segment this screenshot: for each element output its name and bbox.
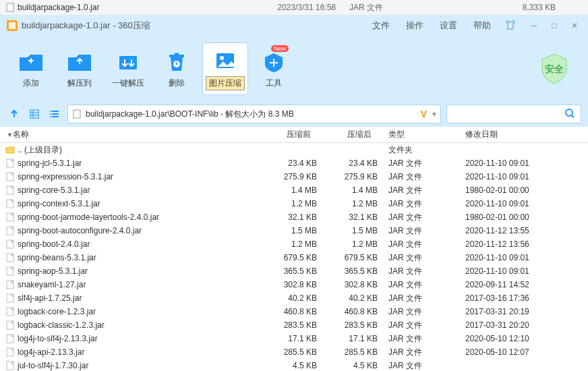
file-row[interactable]: jul-to-slf4j-1.7.30.jar4.5 KB4.5 KBJAR 文… — [0, 359, 588, 371]
file-name: spring-boot-jarmode-layertools-2.4.0.jar — [18, 212, 159, 222]
image-compress-icon — [212, 48, 238, 74]
menubar: 文件 操作 设置 帮助 — [372, 20, 491, 32]
add-button[interactable]: 添加 — [8, 42, 54, 95]
minimize-button[interactable]: ─ — [527, 21, 541, 30]
tools-icon — [261, 49, 287, 75]
file-icon — [5, 253, 15, 262]
file-size-after: 23.4 KB — [317, 159, 378, 168]
file-row[interactable]: log4j-api-2.13.3.jar285.5 KB285.5 KBJAR … — [0, 345, 588, 359]
file-date: 2020-05-10 12:07 — [438, 347, 588, 357]
file-date: 2020-11-10 09:01 — [438, 172, 588, 181]
add-label: 添加 — [23, 78, 39, 89]
window-controls: ─ □ ✕ — [527, 21, 581, 30]
file-row[interactable]: spring-jcl-5.3.1.jar23.4 KB23.4 KBJAR 文件… — [0, 156, 588, 170]
file-type: JAR 文件 — [378, 239, 438, 250]
file-row[interactable]: spring-context-5.3.1.jar1.2 MB1.2 MBJAR … — [0, 197, 588, 210]
delete-label: 删除 — [169, 78, 185, 89]
file-name: snakeyaml-1.27.jar — [18, 280, 86, 289]
column-after[interactable]: 压缩后 — [317, 129, 378, 140]
file-date: 2020-11-10 09:01 — [438, 199, 588, 208]
column-type[interactable]: 类型 — [378, 129, 438, 140]
menu-settings[interactable]: 设置 — [440, 20, 457, 32]
file-icon — [5, 186, 15, 195]
file-icon — [5, 212, 15, 222]
extract-icon — [67, 49, 92, 75]
file-name: spring-context-5.3.1.jar — [18, 199, 100, 208]
new-badge: New — [271, 45, 289, 52]
file-size-before: 1.4 MB — [256, 186, 317, 195]
file-icon — [5, 3, 15, 12]
svg-point-22 — [566, 109, 572, 116]
extract-label: 解压到 — [67, 78, 92, 89]
file-icon — [5, 293, 15, 303]
file-row[interactable]: spring-beans-5.3.1.jar679.5 KB679.5 KBJA… — [0, 251, 588, 264]
menu-help[interactable]: 帮助 — [473, 20, 491, 32]
file-row[interactable]: spring-core-5.3.1.jar1.4 MB1.4 MBJAR 文件1… — [0, 183, 588, 197]
file-size-before: 4.5 KB — [256, 361, 317, 370]
file-type: JAR 文件 — [378, 171, 438, 183]
file-icon — [5, 199, 15, 208]
menu-operation[interactable]: 操作 — [406, 20, 423, 32]
file-type: JAR 文件 — [378, 212, 438, 223]
file-size-after: 1.4 MB — [317, 186, 378, 195]
file-row[interactable]: snakeyaml-1.27.jar302.8 KB302.8 KBJAR 文件… — [0, 278, 588, 291]
tools-button[interactable]: New 工具 — [251, 42, 297, 95]
file-type: JAR 文件 — [378, 333, 438, 345]
file-row[interactable]: spring-boot-jarmode-layertools-2.4.0.jar… — [0, 210, 588, 224]
svg-rect-5 — [119, 56, 137, 69]
file-type: JAR 文件 — [378, 306, 438, 318]
explorer-file-row[interactable]: buildjarpackage-1.0.jar 2023/3/31 16:58 … — [0, 0, 588, 15]
file-name: spring-beans-5.3.1.jar — [18, 253, 96, 262]
file-type: JAR 文件 — [378, 293, 438, 304]
svg-rect-2 — [9, 22, 16, 29]
file-row[interactable]: logback-classic-1.2.3.jar283.5 KB283.5 K… — [0, 318, 588, 332]
search-box[interactable] — [446, 105, 581, 123]
close-button[interactable]: ✕ — [568, 21, 581, 30]
parent-dir-row[interactable]: .. (上级目录) 文件夹 — [0, 143, 588, 156]
file-row[interactable]: spring-expression-5.3.1.jar275.9 KB275.9… — [0, 170, 588, 183]
file-row[interactable]: log4j-to-slf4j-2.13.3.jar17.1 KB17.1 KBJ… — [0, 332, 588, 345]
menu-file[interactable]: 文件 — [372, 20, 390, 32]
file-date: 2020-11-12 13:55 — [438, 226, 588, 235]
tools-label: 工具 — [266, 78, 282, 89]
file-icon — [5, 307, 15, 316]
column-date[interactable]: 修改日期 — [438, 129, 588, 140]
file-size-before: 40.2 KB — [256, 293, 317, 303]
file-row[interactable]: logback-core-1.2.3.jar460.8 KB460.8 KBJA… — [0, 305, 588, 318]
file-row[interactable]: spring-boot-autoconfigure-2.4.0.jar1.5 M… — [0, 224, 588, 237]
file-size-after: 4.5 KB — [317, 361, 378, 370]
file-size-after: 365.5 KB — [317, 266, 378, 276]
delete-button[interactable]: 删除 — [154, 42, 200, 95]
file-size-after: 679.5 KB — [317, 253, 378, 262]
view-list-icon[interactable] — [47, 107, 62, 121]
file-type: JAR 文件 — [378, 185, 438, 196]
app-icon — [7, 20, 18, 31]
pathbar: V ▾ — [0, 101, 588, 127]
file-name: spring-expression-5.3.1.jar — [18, 172, 113, 181]
file-name: spring-aop-5.3.1.jar — [18, 266, 88, 276]
file-row[interactable]: spring-boot-2.4.0.jar1.2 MB1.2 MBJAR 文件2… — [0, 237, 588, 251]
window-title: buildjarpackage-1.0.jar - 360压缩 — [22, 20, 372, 32]
file-row[interactable]: spring-aop-5.3.1.jar365.5 KB365.5 KBJAR … — [0, 264, 588, 278]
clothes-icon[interactable] — [504, 19, 517, 33]
up-button[interactable] — [7, 107, 22, 121]
column-before[interactable]: 压缩前 — [256, 129, 317, 140]
file-size-after: 460.8 KB — [317, 307, 378, 316]
column-name[interactable]: ▼ 名称 — [0, 129, 256, 140]
file-size-before: 1.2 MB — [256, 239, 317, 249]
dropdown-icon[interactable]: ▾ — [432, 109, 436, 119]
maximize-button[interactable]: □ — [548, 21, 561, 30]
path-input[interactable] — [86, 109, 417, 119]
file-icon — [5, 159, 15, 168]
svg-rect-11 — [30, 110, 38, 118]
image-compress-button[interactable]: 图片压缩 — [202, 42, 248, 95]
file-row[interactable]: slf4j-api-1.7.25.jar40.2 KB40.2 KBJAR 文件… — [0, 291, 588, 305]
oneclick-extract-button[interactable]: 一键解压 — [105, 42, 151, 95]
file-type: JAR 文件 — [378, 266, 438, 277]
delete-icon — [164, 49, 189, 75]
view-detail-icon[interactable] — [27, 107, 42, 121]
file-date: 1980-02-01 00:00 — [438, 212, 588, 222]
file-date: 2020-09-11 14:52 — [438, 280, 588, 289]
explorer-file-date: 2023/3/31 16:58 — [262, 3, 349, 12]
extract-button[interactable]: 解压到 — [57, 42, 102, 95]
